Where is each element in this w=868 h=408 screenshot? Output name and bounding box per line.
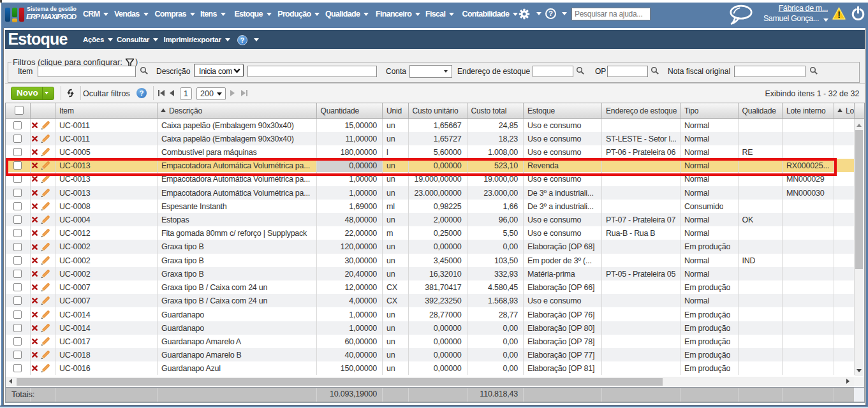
- svg-text:!: !: [837, 10, 841, 20]
